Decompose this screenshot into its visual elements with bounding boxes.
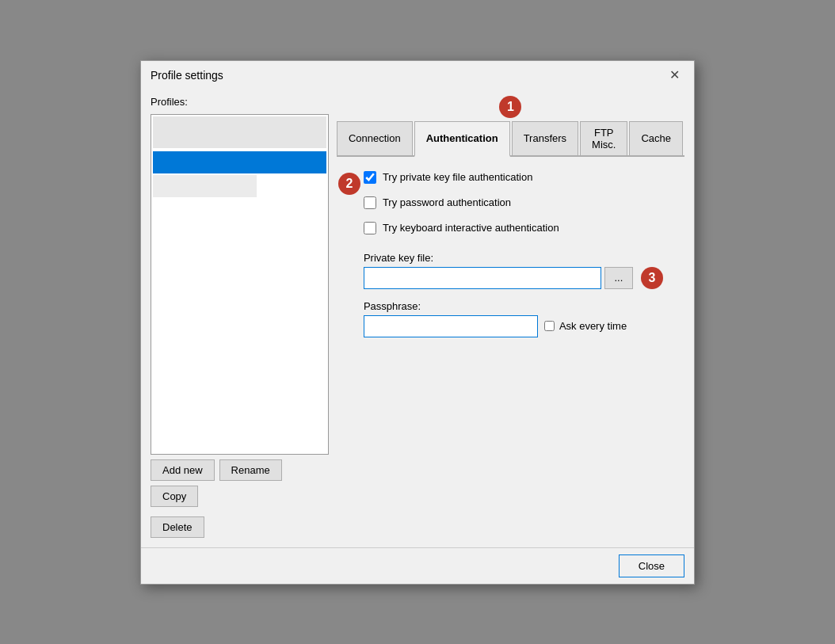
private-key-field-group: Private key file: ... 3	[364, 252, 683, 289]
private-key-row: ... 3	[364, 267, 683, 289]
step-2-badge: 2	[338, 173, 360, 195]
bottom-buttons: Add new Rename Copy	[151, 459, 329, 507]
password-auth-checkbox-label[interactable]: Try password authentication	[364, 196, 559, 209]
profile-settings-dialog: Profile settings ✕ Profiles: Add new Ren…	[140, 60, 695, 585]
keyboard-auth-checkbox-text: Try keyboard interactive authentication	[383, 222, 559, 234]
private-key-checkbox-label[interactable]: Try private key file authentication	[364, 171, 559, 184]
private-key-checkbox[interactable]	[364, 171, 376, 184]
tab-ftp-misc[interactable]: FTP Misc.	[580, 121, 627, 157]
keyboard-auth-checkbox-label[interactable]: Try keyboard interactive authentication	[364, 222, 559, 234]
keyboard-auth-checkbox[interactable]	[364, 222, 376, 234]
add-new-button[interactable]: Add new	[151, 459, 215, 481]
password-auth-checkbox-text: Try password authentication	[383, 196, 511, 208]
passphrase-input[interactable]	[364, 315, 538, 337]
right-panel: 1 Connection Authentication Transfers FT…	[337, 96, 684, 538]
auth-checkboxes: Try private key file authentication Try …	[364, 171, 559, 241]
rename-button[interactable]: Rename	[219, 459, 282, 481]
step-3-badge: 3	[641, 267, 663, 289]
ask-every-time-text: Ask every time	[559, 320, 627, 332]
private-key-label: Private key file:	[364, 252, 683, 264]
ask-every-time-checkbox[interactable]	[544, 321, 555, 331]
private-key-checkbox-text: Try private key file authentication	[383, 171, 533, 183]
profiles-label: Profiles:	[151, 96, 329, 108]
password-auth-checkbox[interactable]	[364, 196, 376, 209]
profiles-list[interactable]	[151, 114, 329, 455]
profile-item-blurred-1	[153, 116, 326, 148]
profile-item-blurred-2	[153, 175, 257, 197]
tab-cache[interactable]: Cache	[629, 121, 683, 157]
tabs: Connection Authentication Transfers FTP …	[337, 121, 684, 157]
title-bar: Profile settings ✕	[141, 61, 694, 90]
close-icon[interactable]: ✕	[665, 67, 684, 83]
delete-button[interactable]: Delete	[151, 516, 204, 538]
step-1-badge: 1	[499, 96, 521, 118]
dialog-title: Profile settings	[151, 69, 223, 82]
ask-every-time-label[interactable]: Ask every time	[544, 320, 627, 332]
footer: Close	[141, 547, 694, 584]
tab-transfers[interactable]: Transfers	[512, 121, 578, 157]
left-panel: Profiles: Add new Rename Copy Delete	[151, 96, 329, 538]
profile-item-selected[interactable]	[153, 151, 326, 173]
copy-button[interactable]: Copy	[151, 486, 198, 507]
close-dialog-button[interactable]: Close	[619, 554, 684, 577]
passphrase-field-group: Passphrase: Ask every time	[364, 300, 683, 337]
private-key-input[interactable]	[364, 267, 601, 289]
passphrase-label: Passphrase:	[364, 300, 683, 312]
browse-button[interactable]: ...	[604, 267, 633, 289]
tab-authentication[interactable]: Authentication	[414, 121, 510, 157]
passphrase-row: Ask every time	[364, 315, 683, 337]
dialog-body: Profiles: Add new Rename Copy Delete 1	[141, 90, 694, 547]
tab-content-authentication: 2 Try private key file authentication Tr…	[337, 168, 684, 538]
tab-connection[interactable]: Connection	[337, 121, 413, 157]
